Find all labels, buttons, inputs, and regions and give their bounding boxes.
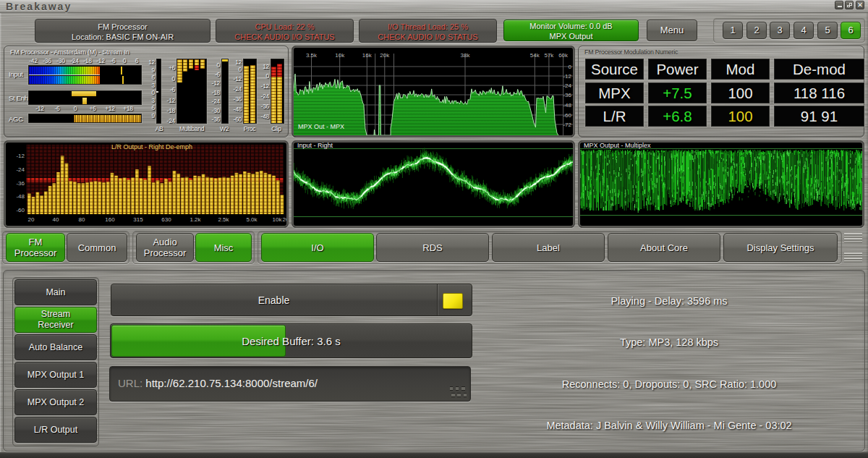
svg-text:L/R Output - Right De-emph: L/R Output - Right De-emph	[111, 143, 192, 150]
svg-text:40: 40	[53, 216, 59, 223]
svg-text:-24: -24	[563, 82, 571, 89]
svg-text:5.0k: 5.0k	[246, 216, 258, 223]
svg-text:3.5k: 3.5k	[306, 52, 318, 59]
svg-text:MPX Output - Multiplex: MPX Output - Multiplex	[584, 143, 651, 149]
svg-text:20k: 20k	[283, 216, 286, 223]
svg-text:38k: 38k	[461, 52, 471, 59]
svg-text:160: 160	[105, 216, 115, 223]
svg-text:Input - Right: Input - Right	[297, 143, 333, 149]
svg-text:20: 20	[28, 216, 35, 223]
svg-text:-60: -60	[563, 112, 571, 119]
svg-text:54k: 54k	[530, 52, 540, 59]
svg-text:60k: 60k	[558, 52, 569, 59]
svg-text:MPX Out - MPX: MPX Out - MPX	[298, 123, 344, 130]
svg-text:-48: -48	[16, 193, 25, 200]
svg-text:-12: -12	[563, 73, 571, 80]
svg-text:80: 80	[79, 216, 85, 223]
svg-text:-24: -24	[16, 166, 25, 173]
svg-text:-60: -60	[16, 207, 25, 213]
svg-text:2.5k: 2.5k	[218, 216, 229, 223]
svg-text:1.2k: 1.2k	[190, 216, 201, 223]
svg-text:-72: -72	[563, 122, 571, 128]
svg-text:-48: -48	[563, 102, 571, 109]
svg-text:16k: 16k	[362, 52, 373, 59]
svg-text:-36: -36	[563, 92, 571, 98]
svg-text:57k: 57k	[544, 52, 554, 59]
svg-text:10k: 10k	[335, 52, 345, 59]
svg-text:0: 0	[569, 64, 572, 70]
svg-text:20k: 20k	[380, 52, 390, 59]
svg-text:-36: -36	[16, 180, 25, 187]
svg-text:10k: 10k	[273, 216, 283, 223]
svg-text:630: 630	[161, 216, 171, 223]
svg-text:315: 315	[133, 216, 143, 223]
svg-text:-12: -12	[16, 153, 25, 159]
